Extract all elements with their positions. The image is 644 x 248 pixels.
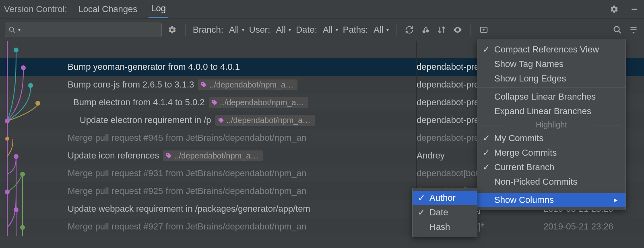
search-field[interactable] [23,25,158,34]
tab-log[interactable]: Log [149,0,168,18]
branch-filter[interactable]: Branch: All ▾ [193,25,244,35]
commit-date: 2019-05-21 23:26 [543,221,644,232]
svg-point-1 [9,27,14,31]
menu-item-label: Show Tag Names [494,59,564,69]
commit-message: Bump yeoman-generator from 4.0.0 to 4.0.… [68,62,240,72]
svg-marker-15 [632,32,635,33]
menu-item[interactable]: Show Tag Names [477,57,625,71]
filter-settings-icon[interactable] [167,24,178,35]
date-filter[interactable]: Date: All ▾ [296,25,338,35]
menu-item-label: My Commits [494,133,543,144]
svg-line-12 [619,31,621,33]
commit-message: Update icon references [68,150,159,161]
menu-item-label: Compact References View [494,44,599,55]
commit-message: Merge pull request #931 from JetBrains/d… [68,168,306,179]
menu-item[interactable]: Show Columns▶ [477,193,625,207]
refresh-icon[interactable] [404,24,415,35]
menu-item-label: Author [429,193,456,203]
new-tab-icon[interactable] [478,24,489,35]
menu-item[interactable]: Collapse Linear Branches [477,90,625,104]
log-toolbar: ▾ Branch: All ▾ User: All ▾ Date: All ▾ … [0,19,644,41]
svg-point-3 [423,30,425,33]
menu-item-label: Hash [429,222,450,232]
menu-item[interactable]: ✓Author [413,191,477,205]
menu-item[interactable]: Hash [413,220,477,234]
chevron-down-icon: ▾ [18,27,21,33]
menu-item-label: Expand Linear Branches [494,106,591,117]
search-icon [8,26,16,33]
svg-rect-13 [631,27,637,28]
menu-item[interactable]: ✓My Commits [477,131,625,146]
minimize-icon[interactable] [629,4,640,15]
menu-item-label: Merge Commits [494,148,557,158]
commit-row[interactable]: Merge pull request #927 from JetBrains/d… [0,218,644,235]
version-control-topbar: Version Control: Local Changes Log [0,0,644,19]
menu-item[interactable]: Non-Picked Commits [477,175,625,189]
menu-item[interactable]: ✓Compact References View [477,42,625,57]
tab-local-changes[interactable]: Local Changes [76,0,140,18]
commit-message: Bump electron from 4.1.4 to 5.0.2 [73,97,205,108]
menu-item[interactable]: Show Long Edges [477,71,625,86]
menu-item-label: Collapse Linear Branches [494,92,596,102]
branch-tag[interactable]: ../dependabot/npm_a… [163,150,262,161]
svg-point-7 [457,29,458,31]
svg-rect-14 [631,29,637,30]
menu-item[interactable]: ✓Merge Commits [477,146,625,160]
commit-message: Update webpack requirement in /packages/… [68,204,310,214]
panel-title: Version Control: [4,4,67,15]
eye-icon[interactable] [452,24,463,35]
cherry-pick-icon[interactable] [420,24,431,35]
menu-section-header: Highlight [477,119,625,131]
branch-tag[interactable]: ../dependabot/npm_a… [215,115,315,126]
menu-item[interactable]: ✓Current Branch [477,160,625,175]
commit-message: Bump core-js from 2.6.5 to 3.1.3 [68,79,194,90]
menu-item-label: Show Columns [494,195,554,205]
menu-item-label: Show Long Edges [494,73,566,84]
chevron-right-icon: ▶ [614,197,617,203]
menu-item[interactable]: Expand Linear Branches [477,104,625,119]
commit-message: Merge pull request #925 from JetBrains/d… [68,186,306,196]
find-icon[interactable] [612,24,623,35]
commit-message: Merge pull request #945 from JetBrains/d… [68,133,306,143]
menu-item[interactable]: ✓Date [413,205,477,220]
options-icon[interactable] [628,24,639,35]
gear-icon[interactable] [609,4,620,15]
show-columns-submenu: ✓Author✓DateHash [412,188,477,237]
paths-filter[interactable]: Paths: All ▾ [343,25,389,35]
svg-line-2 [13,31,15,33]
branch-tag[interactable]: ../dependabot/npm_a… [209,97,308,108]
menu-item-label: Date [429,207,448,218]
menu-item-label: Current Branch [494,162,554,173]
commit-message: Update electron requirement in /p [80,115,211,125]
intellisort-icon[interactable] [436,24,447,35]
search-input[interactable]: ▾ [5,23,162,37]
svg-point-4 [426,29,429,32]
svg-point-11 [614,26,619,31]
branch-tag[interactable]: ../dependabot/npm_a… [198,79,297,90]
user-filter[interactable]: User: All ▾ [249,25,291,35]
commit-message: Merge pull request #927 from JetBrains/d… [68,221,306,232]
menu-item-label: Non-Picked Commits [494,177,578,187]
log-view-options-popup: ✓Compact References ViewShow Tag NamesSh… [477,40,626,210]
